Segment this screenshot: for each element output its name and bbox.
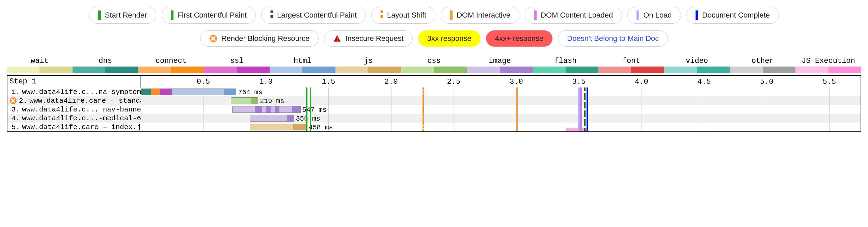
marker-document-complete (587, 96, 588, 105)
timing-bar[interactable]: 547 ms (232, 106, 301, 113)
legend-start-render[interactable]: Start Render (89, 7, 156, 24)
type-label: font (598, 57, 664, 67)
marker-dom-content-loaded (580, 96, 582, 105)
row-number: 5. (11, 123, 20, 131)
row-timeline: 219 ms (141, 96, 861, 105)
start-render-marker-icon (98, 10, 101, 20)
marker-document-complete (587, 114, 588, 123)
legend-label: Layout Shift (387, 11, 426, 20)
marker-first-contentful-paint (310, 114, 311, 123)
axis-tick: 3.0 (510, 76, 523, 87)
type-flash: flash (533, 57, 598, 73)
time-axis: 0.51.01.52.02.53.03.54.04.55.05.5 (141, 76, 861, 87)
timing-bar[interactable]: 219 ms (231, 97, 258, 104)
marker-start-render (306, 105, 307, 114)
row-label: 3. www.data4life.c..._nav-banner_de.jpg (7, 105, 141, 114)
type-swatch (467, 67, 533, 73)
type-label: image (467, 57, 533, 67)
type-swatch (138, 67, 204, 73)
legend-insecure-request[interactable]: Insecure Request (324, 30, 412, 47)
legend: Start RenderFirst Contentful PaintLarges… (7, 7, 861, 47)
axis-tick: 3.5 (572, 76, 586, 87)
type-label: js (335, 57, 401, 67)
row-label: 4. www.data4life.c...-medical-64x64.jpg (7, 114, 141, 123)
axis-tick: 1.5 (322, 76, 335, 87)
type-js: js (335, 57, 401, 73)
type-dns: dns (73, 57, 138, 73)
timing-bar[interactable]: 356 ms (250, 115, 294, 122)
type-image: image (467, 57, 533, 73)
document-complete-marker-icon (696, 10, 698, 20)
timing-bar[interactable]: 764 ms (141, 89, 236, 95)
legend-not-main-doc[interactable]: Doesn't Belong to Main Doc (558, 30, 668, 47)
type-wait: wait (7, 57, 73, 73)
type-label: dns (73, 57, 138, 67)
row-number: 2. (19, 97, 27, 105)
step-label: Step_1 (7, 76, 141, 87)
marker-largest-contentful-paint (584, 123, 586, 131)
type-connect: connect (138, 57, 204, 73)
marker-start-render (306, 123, 307, 131)
type-label: connect (138, 57, 204, 67)
type-label: video (664, 57, 730, 67)
marker-largest-contentful-paint (584, 114, 586, 123)
row-url: www.data4life.care – index.js (22, 123, 141, 131)
marker-dom-interactive (516, 96, 518, 105)
first-contentful-paint-marker-icon (171, 10, 173, 20)
warning-icon (333, 34, 341, 43)
legend-label: DOM Content Loaded (541, 11, 613, 20)
legend-row-2: Render Blocking ResourceInsecure Request… (200, 30, 668, 47)
type-other: other (730, 57, 795, 73)
waterfall-header: Step_1 0.51.01.52.02.53.03.54.04.55.05.5 (7, 76, 861, 87)
timing-bar[interactable]: 458 ms (250, 124, 307, 130)
marker-first-contentful-paint (310, 105, 311, 114)
row-timeline: 458 ms (141, 123, 861, 131)
legend-largest-contentful-paint[interactable]: Largest Contentful Paint (261, 7, 366, 24)
type-video: video (664, 57, 730, 73)
waterfall-row[interactable]: 4. www.data4life.c...-medical-64x64.jpg3… (7, 114, 861, 123)
type-label: css (401, 57, 467, 67)
waterfall-row[interactable]: 5. www.data4life.care – index.js458 ms (7, 123, 861, 131)
marker-layout-shift (423, 87, 424, 96)
legend-render-blocking[interactable]: Render Blocking Resource (200, 30, 319, 47)
marker-dom-interactive (516, 87, 518, 96)
svg-rect-4 (337, 40, 337, 41)
type-swatch (533, 67, 598, 73)
row-label: 1. www.data4life.c...na-symptomverlauf/ (7, 87, 141, 96)
largest-contentful-paint-marker-icon (270, 10, 273, 20)
timing-text: 458 ms (309, 124, 333, 131)
legend-4xx[interactable]: 4xx+ response (486, 30, 553, 47)
dom-content-loaded-marker-icon (534, 10, 537, 20)
marker-start-render (306, 87, 307, 96)
marker-start-render (306, 114, 307, 123)
legend-on-load[interactable]: On Load (627, 7, 681, 24)
waterfall-body: 1. www.data4life.c...na-symptomverlauf/7… (7, 87, 861, 131)
type-label: JS Execution (795, 57, 861, 67)
legend-label: Document Complete (702, 11, 770, 20)
type-js-execution: JS Execution (795, 57, 861, 73)
legend-3xx[interactable]: 3xx response (418, 30, 481, 47)
waterfall-row[interactable]: 3. www.data4life.c..._nav-banner_de.jpg5… (7, 105, 861, 114)
legend-dom-interactive[interactable]: DOM Interactive (441, 7, 519, 24)
marker-dom-interactive (516, 114, 518, 123)
waterfall-row[interactable]: 2. www.data4life.care – standard.css219 … (7, 96, 861, 105)
marker-largest-contentful-paint (584, 96, 586, 105)
type-html: html (270, 57, 335, 73)
row-label: 2. www.data4life.care – standard.css (7, 96, 141, 105)
waterfall: Step_1 0.51.01.52.02.53.03.54.04.55.05.5… (7, 75, 861, 132)
legend-label: On Load (643, 11, 672, 20)
marker-largest-contentful-paint (584, 105, 586, 114)
timing-text: 356 ms (296, 115, 320, 123)
marker-dom-content-loaded (580, 105, 582, 114)
cross-circle-icon (9, 97, 17, 104)
legend-first-contentful-paint[interactable]: First Contentful Paint (162, 7, 256, 24)
legend-document-complete[interactable]: Document Complete (686, 7, 779, 24)
waterfall-row[interactable]: 1. www.data4life.c...na-symptomverlauf/7… (7, 87, 861, 96)
svg-rect-3 (337, 37, 337, 40)
type-swatch (730, 67, 795, 73)
marker-first-contentful-paint (310, 96, 311, 105)
marker-dom-content-loaded (580, 114, 582, 123)
type-swatch (335, 67, 401, 73)
legend-layout-shift[interactable]: Layout Shift (371, 7, 435, 24)
legend-dom-content-loaded[interactable]: DOM Content Loaded (525, 7, 622, 24)
